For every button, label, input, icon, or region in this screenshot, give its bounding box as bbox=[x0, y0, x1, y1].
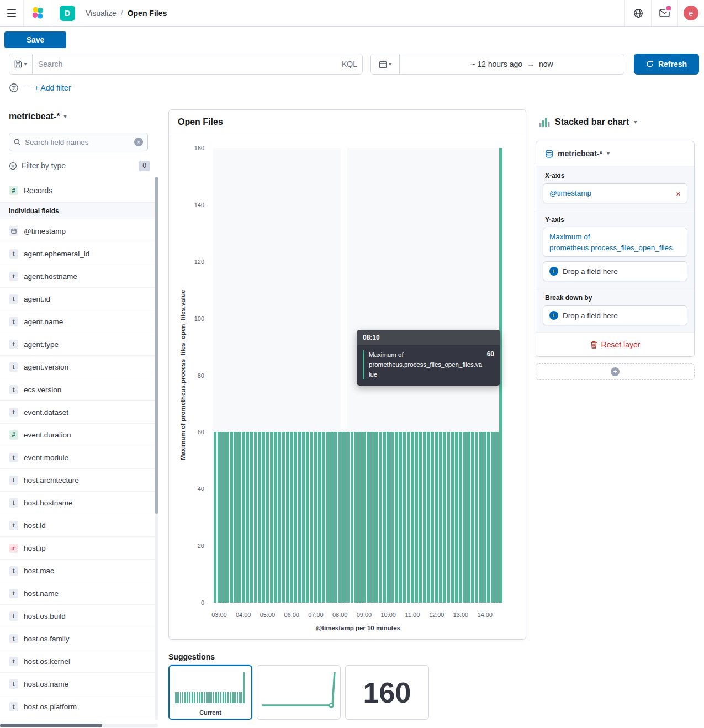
field-item-host.os.name[interactable]: thost.os.name bbox=[0, 673, 155, 695]
bar[interactable] bbox=[483, 432, 486, 603]
field-item-agent.hostname[interactable]: tagent.hostname bbox=[0, 265, 155, 288]
bar[interactable] bbox=[262, 432, 265, 603]
field-item-agent.version[interactable]: tagent.version bbox=[0, 356, 155, 378]
user-menu-button[interactable]: e bbox=[677, 0, 704, 26]
bar[interactable] bbox=[250, 432, 253, 603]
chart-type-switcher[interactable]: Stacked bar chart ▾ bbox=[539, 117, 637, 127]
saved-query-menu-button[interactable]: ▾ bbox=[9, 54, 33, 74]
bar[interactable] bbox=[395, 432, 398, 603]
filter-by-type-button[interactable]: Filter by type 0 bbox=[9, 159, 150, 172]
date-picker-menu-button[interactable]: ▾ bbox=[371, 54, 400, 74]
bar[interactable] bbox=[218, 432, 221, 603]
bar[interactable] bbox=[491, 432, 495, 603]
bar[interactable] bbox=[266, 432, 269, 603]
field-item-event.module[interactable]: tevent.module bbox=[0, 446, 155, 469]
bar[interactable] bbox=[282, 432, 285, 603]
bar[interactable] bbox=[221, 432, 225, 603]
bar[interactable] bbox=[455, 432, 458, 603]
add-layer-button[interactable]: + bbox=[536, 363, 695, 380]
help-button[interactable] bbox=[624, 0, 651, 26]
field-item-event.dataset[interactable]: tevent.dataset bbox=[0, 401, 155, 424]
bar[interactable] bbox=[254, 432, 257, 603]
field-search-input[interactable] bbox=[25, 138, 130, 146]
field-item-host.os.family[interactable]: thost.os.family bbox=[0, 627, 155, 650]
bar[interactable] bbox=[358, 432, 362, 603]
bar[interactable] bbox=[246, 432, 249, 603]
bar[interactable] bbox=[427, 432, 430, 603]
bar[interactable] bbox=[471, 432, 474, 603]
bar[interactable] bbox=[407, 432, 410, 603]
bar[interactable] bbox=[342, 432, 346, 603]
suggestion-metric[interactable]: 160 bbox=[345, 665, 429, 720]
field-item-agent.name[interactable]: tagent.name bbox=[0, 310, 155, 333]
bar[interactable] bbox=[403, 432, 406, 603]
menu-button[interactable] bbox=[0, 0, 24, 26]
search-query-input[interactable] bbox=[33, 54, 337, 74]
time-range-display[interactable]: ~ 12 hours ago → now bbox=[400, 54, 624, 74]
field-item-host.name[interactable]: thost.name bbox=[0, 582, 155, 605]
field-item-host.id[interactable]: thost.id bbox=[0, 514, 155, 537]
clear-search-button[interactable]: × bbox=[134, 138, 143, 146]
breadcrumb-visualize[interactable]: Visualize bbox=[86, 9, 117, 18]
bar[interactable] bbox=[475, 432, 479, 603]
remove-dimension-icon[interactable]: × bbox=[671, 189, 681, 198]
bar[interactable] bbox=[459, 432, 462, 603]
bar[interactable] bbox=[286, 432, 289, 603]
add-filter-button[interactable]: + Add filter bbox=[34, 83, 71, 92]
bar[interactable] bbox=[314, 432, 317, 603]
bar[interactable] bbox=[354, 432, 358, 603]
save-button[interactable]: Save bbox=[4, 31, 66, 48]
bar[interactable] bbox=[234, 432, 237, 603]
bar[interactable] bbox=[225, 432, 229, 603]
bar[interactable] bbox=[334, 432, 337, 603]
bar[interactable] bbox=[298, 432, 301, 603]
bar[interactable] bbox=[346, 432, 350, 603]
refresh-button[interactable]: Refresh bbox=[634, 54, 699, 75]
bar[interactable] bbox=[290, 432, 293, 603]
bar[interactable] bbox=[439, 432, 442, 603]
bar[interactable] bbox=[318, 432, 321, 603]
bar[interactable] bbox=[379, 432, 382, 603]
field-item-host.os.build[interactable]: thost.os.build bbox=[0, 605, 155, 627]
index-pattern-switcher[interactable]: metricbeat-* ▾ bbox=[9, 112, 67, 122]
bar[interactable] bbox=[302, 432, 305, 603]
bar[interactable] bbox=[310, 432, 314, 603]
bar[interactable] bbox=[451, 432, 454, 603]
bar[interactable] bbox=[443, 432, 446, 603]
x-axis-dimension-button[interactable]: @timestamp × bbox=[543, 183, 687, 203]
scrollbar-thumb[interactable] bbox=[0, 724, 102, 727]
bar[interactable] bbox=[294, 432, 297, 603]
sidebar-scrollbar[interactable] bbox=[155, 177, 158, 720]
bar[interactable] bbox=[431, 432, 434, 603]
time-range-to[interactable]: now bbox=[539, 60, 553, 68]
field-item-host.mac[interactable]: thost.mac bbox=[0, 560, 155, 582]
field-item-agent.type[interactable]: tagent.type bbox=[0, 333, 155, 356]
bar[interactable] bbox=[230, 432, 233, 603]
field-item-host.hostname[interactable]: thost.hostname bbox=[0, 492, 155, 514]
bar[interactable] bbox=[237, 432, 241, 603]
space-selector[interactable]: D bbox=[52, 0, 82, 26]
field-item-agent.id[interactable]: tagent.id bbox=[0, 288, 155, 310]
layer-index-pattern-switcher[interactable]: metricbeat-* ▾ bbox=[536, 141, 694, 166]
bar[interactable] bbox=[330, 432, 334, 603]
bar[interactable] bbox=[306, 432, 309, 603]
break-down-drop-target[interactable]: + Drop a field here bbox=[543, 305, 687, 325]
query-language-switcher[interactable]: KQL bbox=[337, 54, 362, 74]
bar[interactable] bbox=[479, 432, 483, 603]
field-item-agent.ephemeral_id[interactable]: tagent.ephemeral_id bbox=[0, 242, 155, 265]
field-item-host.os.platform[interactable]: thost.os.platform bbox=[0, 695, 155, 718]
suggestion-current[interactable]: Current bbox=[168, 665, 252, 720]
y-axis-dimension-button[interactable]: Maximum of prometheus.process_files_open… bbox=[543, 228, 687, 257]
bar[interactable] bbox=[415, 432, 418, 603]
bar[interactable] bbox=[495, 432, 499, 603]
bar[interactable] bbox=[411, 432, 414, 603]
reset-layer-button[interactable]: Reset layer bbox=[536, 332, 694, 356]
bar[interactable] bbox=[338, 432, 342, 603]
bar[interactable] bbox=[351, 432, 354, 603]
bar[interactable] bbox=[214, 432, 217, 603]
bar[interactable] bbox=[390, 432, 394, 603]
suggestion-line-chart[interactable] bbox=[257, 665, 341, 720]
field-item-records[interactable]: # Records bbox=[0, 180, 155, 201]
time-range-from[interactable]: ~ 12 hours ago bbox=[470, 60, 522, 68]
bar[interactable] bbox=[419, 432, 422, 603]
